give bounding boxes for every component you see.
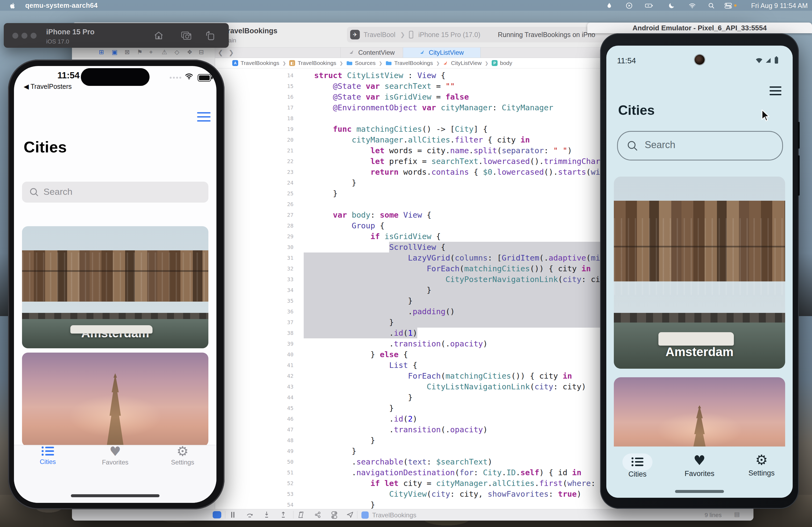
line-number[interactable]: 30 [215, 242, 298, 253]
line-number[interactable]: 24 [215, 177, 298, 188]
bookmark-navigator-icon[interactable]: ⚑ [137, 48, 143, 56]
wifi-icon[interactable] [688, 2, 695, 9]
home-indicator[interactable] [71, 494, 160, 497]
breadcrumb-item[interactable]: P body [492, 60, 512, 66]
line-number[interactable]: 52 [215, 478, 298, 488]
iphone-screen[interactable]: 11:54 ◀ TravelPosters Cities Search [14, 66, 216, 503]
line-number[interactable]: 31 [215, 253, 298, 263]
android-screen[interactable]: 11:54 Cities [606, 46, 793, 498]
breakpoints-toggle-button[interactable] [213, 511, 221, 518]
view-hierarchy-button[interactable] [298, 511, 305, 518]
tab-favorites[interactable]: ♥ Favorites [675, 447, 724, 478]
record-drop-icon[interactable] [606, 2, 613, 9]
city-card-next[interactable] [22, 352, 208, 447]
line-number[interactable]: 26 [215, 199, 298, 210]
city-card-next[interactable] [614, 377, 785, 455]
control-center-icon[interactable] [724, 2, 731, 9]
emulator-titlebar[interactable]: Android Emulator - Pixel_6_API_33:5554 [587, 22, 812, 33]
debug-navigator-icon[interactable]: ❖ [187, 48, 192, 56]
simulator-titlebar[interactable]: iPhone 15 Pro iOS 17.0 [4, 23, 229, 48]
line-number[interactable]: 51 [215, 467, 298, 478]
search-input[interactable]: Search [617, 131, 783, 161]
line-number[interactable]: 27 [215, 210, 298, 220]
line-number[interactable]: 48 [215, 435, 298, 446]
line-number[interactable]: 19 [215, 124, 298, 134]
line-number[interactable]: 15 [215, 81, 298, 91]
step-out-button[interactable] [280, 511, 287, 518]
battery-charging-icon[interactable] [645, 2, 652, 9]
city-card-amsterdam[interactable]: Amsterdam [614, 177, 785, 369]
line-number[interactable]: 21 [215, 145, 298, 156]
line-number[interactable]: 20 [215, 134, 298, 145]
back-to-app-link[interactable]: ◀ TravelPosters [24, 82, 72, 90]
tab-cities[interactable]: Cities [18, 445, 77, 466]
simulate-location-button[interactable] [346, 511, 354, 518]
breadcrumb-item[interactable]: A TravelBookings❯ [232, 60, 286, 66]
line-number[interactable]: 40 [215, 349, 298, 360]
line-number[interactable]: 37 [215, 317, 298, 328]
line-number[interactable]: 54 [215, 499, 298, 509]
line-number[interactable]: 42 [215, 371, 298, 381]
line-number[interactable]: 45 [215, 403, 298, 413]
step-over-button[interactable] [246, 511, 253, 518]
home-icon[interactable] [153, 30, 164, 41]
find-navigator-icon[interactable]: ⌖ [149, 48, 153, 56]
scheme-name[interactable]: TravelBool [364, 31, 395, 39]
source-control-icon[interactable]: ⊠ [125, 48, 130, 56]
line-number[interactable]: 34 [215, 285, 298, 296]
test-navigator-icon[interactable]: ◇ [175, 48, 179, 56]
rotate-icon[interactable] [204, 30, 215, 41]
line-number[interactable]: 25 [215, 188, 298, 199]
menu-icon[interactable] [770, 86, 781, 97]
close-button[interactable] [12, 33, 18, 39]
running-app-icon[interactable] [361, 511, 369, 519]
line-number[interactable]: 44 [215, 392, 298, 403]
pause-button[interactable] [230, 511, 236, 518]
issue-navigator-icon[interactable]: ⚠ [162, 48, 167, 56]
search-input[interactable]: Search [22, 182, 208, 202]
line-number[interactable]: 35 [215, 296, 298, 306]
breadcrumb-item[interactable]: CityListView❯ [443, 60, 489, 66]
line-number[interactable]: 33 [215, 274, 298, 285]
line-number[interactable]: 36 [215, 306, 298, 317]
tab-settings[interactable]: ⚙ Settings [153, 445, 212, 466]
spotlight-search-icon[interactable] [708, 2, 715, 9]
line-number-gutter[interactable]: 1415161718192021222324252627282930313233… [215, 70, 298, 509]
moon-dnd-icon[interactable] [668, 2, 675, 9]
zoom-button[interactable] [31, 33, 37, 39]
line-number[interactable]: 50 [215, 456, 298, 467]
menu-clock[interactable]: Fri Aug 9 11:54 AM [751, 2, 808, 10]
back-button[interactable]: ❮ [218, 49, 223, 56]
line-number[interactable]: 38 [215, 328, 298, 338]
breadcrumb-item[interactable]: ◧ TravelBookings❯ [289, 60, 343, 66]
run-destination[interactable]: iPhone 15 Pro (17.0) [418, 31, 480, 39]
line-number[interactable]: 43 [215, 381, 298, 392]
step-into-button[interactable] [263, 511, 270, 518]
breakpoint-navigator-icon[interactable]: ⊟ [199, 48, 204, 56]
nav-bar[interactable]: Cities ♥ Favorites ⚙ Settings [606, 447, 793, 498]
line-number[interactable]: 28 [215, 220, 298, 231]
active-app-name[interactable]: qemu-system-aarch64 [25, 2, 98, 10]
environment-overrides-button[interactable] [331, 511, 338, 519]
screenshot-icon[interactable] [181, 30, 192, 41]
apple-icon[interactable] [9, 2, 16, 9]
tab-settings[interactable]: ⚙ Settings [737, 447, 786, 477]
menu-icon[interactable] [197, 112, 211, 114]
line-number[interactable]: 39 [215, 338, 298, 349]
line-number[interactable]: 53 [215, 488, 298, 499]
line-number[interactable]: 16 [215, 91, 298, 102]
folder-navigator-icon[interactable]: ▣ [112, 48, 118, 56]
memory-graph-button[interactable] [314, 511, 322, 518]
breadcrumb-item[interactable]: Sources❯ [346, 60, 382, 66]
line-number[interactable]: 22 [215, 156, 298, 167]
tab-favorites[interactable]: ♥ Favorites [86, 445, 145, 466]
tab-cities[interactable]: Cities [613, 447, 662, 479]
city-card-amsterdam[interactable]: Amsterdam [22, 226, 208, 348]
navigator-tab-strip[interactable]: ⊞ ▣ ⊠ ⚑ ⌖ ⚠ ◇ ❖ ⊟ [72, 47, 215, 58]
line-number[interactable]: 49 [215, 446, 298, 456]
line-number[interactable]: 32 [215, 263, 298, 274]
tab-contentview[interactable]: ContentView [340, 47, 403, 58]
menu-bar[interactable]: qemu-system-aarch64 Fri Aug 9 11:54 AM [0, 0, 812, 11]
play-circle-icon[interactable] [626, 2, 633, 9]
line-number[interactable]: 29 [215, 231, 298, 242]
